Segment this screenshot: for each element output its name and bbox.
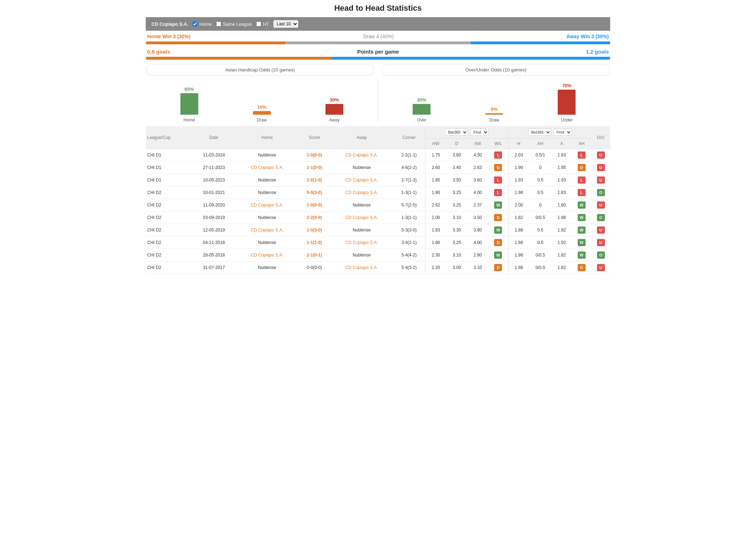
wl-badge: L bbox=[578, 189, 586, 196]
cell-aw: 3.10 bbox=[467, 261, 488, 274]
cell-away: CD Copiapo S.A. bbox=[330, 261, 393, 274]
cell-date: 10-05-2023 bbox=[192, 174, 235, 186]
cell-score: 1-0(0-0) bbox=[298, 224, 330, 236]
odds-section: Asian Handicap Odds (10 games) Over/Unde… bbox=[146, 64, 610, 76]
ou-badge: O bbox=[597, 214, 605, 221]
chart-right: 30% Over 0% Draw 70% Under bbox=[378, 79, 611, 123]
cell-ah: 0.5 bbox=[529, 174, 552, 186]
wl-badge: W bbox=[494, 201, 502, 209]
filter-ht[interactable]: HT bbox=[256, 21, 269, 27]
bar-item-draw: 10% Draw bbox=[253, 104, 271, 123]
col-away: Away bbox=[330, 126, 393, 149]
cell-date: 04-11-2018 bbox=[192, 236, 235, 249]
cell-hw: 2.62 bbox=[425, 199, 446, 211]
cell-date: 12-05-2019 bbox=[192, 224, 235, 236]
bar-item-over: 30% Over bbox=[413, 97, 431, 123]
filter-same-league[interactable]: Same League bbox=[216, 21, 252, 27]
chart-left: 60% Home 10% Draw 30% Away bbox=[146, 79, 378, 123]
filter-ht-label: HT bbox=[263, 21, 269, 27]
cell-aw: 3.60 bbox=[467, 174, 488, 186]
cell-home: Nublense bbox=[236, 236, 298, 249]
wl-badge: W bbox=[494, 251, 502, 259]
first-select-2[interactable]: First bbox=[553, 129, 572, 136]
cell-wl: W bbox=[488, 199, 508, 211]
ou-badge: U bbox=[597, 226, 605, 234]
cell-ah2: W bbox=[572, 224, 591, 236]
col-ah: AH bbox=[529, 139, 552, 149]
cell-a: 1.82 bbox=[552, 261, 572, 274]
table-row: CHI D1 27-11-2023 CD Copiapo S.A. 1-1(0-… bbox=[146, 161, 610, 174]
cell-hw: 1.80 bbox=[425, 236, 446, 249]
cell-a: 1.95 bbox=[552, 161, 572, 174]
filter-same-league-checkbox[interactable] bbox=[216, 21, 221, 26]
col-league: League/Cup bbox=[146, 126, 192, 149]
col-group-ah: Bet365 First bbox=[425, 126, 508, 139]
bar-pct: 60% bbox=[185, 86, 194, 92]
cell-corner: 5-3(3-0) bbox=[393, 224, 425, 236]
bet365-select-1[interactable]: Bet365 bbox=[445, 129, 468, 136]
cell-d: 3.10 bbox=[447, 249, 467, 261]
goals-label: Points per game bbox=[357, 49, 399, 55]
cell-a: 1.80 bbox=[552, 199, 572, 211]
cell-league: CHI D2 bbox=[146, 186, 192, 199]
cell-aw: 4.00 bbox=[467, 186, 488, 199]
cell-ah2: L bbox=[572, 149, 591, 161]
cell-h: 1.98 bbox=[508, 249, 529, 261]
col-ah2: AH bbox=[572, 139, 591, 149]
wl-badge: L bbox=[578, 176, 586, 184]
cell-h: 1.90 bbox=[508, 161, 529, 174]
cell-ah2: D bbox=[572, 161, 591, 174]
table-row: CHI D2 04-11-2018 Nublense 1-1(1-0) CD C… bbox=[146, 236, 610, 249]
bar-item-away: 30% Away bbox=[325, 97, 343, 123]
wl-badge: W bbox=[578, 239, 586, 246]
bar-rect bbox=[325, 104, 343, 115]
cell-corner: 3-4(2-1) bbox=[393, 236, 425, 249]
table-section: League/Cup Date Home Score Away Corner B… bbox=[146, 126, 610, 274]
cell-a: 1.93 bbox=[552, 174, 572, 186]
last-games-dropdown[interactable]: Last 10 Last 5 Last 20 bbox=[273, 20, 298, 28]
cell-league: CHI D2 bbox=[146, 261, 192, 274]
table-row: CHI D2 03-09-2019 Nublense 2-2(0-0) CD C… bbox=[146, 211, 610, 224]
col-home: Home bbox=[236, 126, 298, 149]
cell-date: 03-09-2019 bbox=[192, 211, 235, 224]
ou-badge: U bbox=[597, 201, 605, 209]
cell-h: 2.03 bbox=[508, 149, 529, 161]
cell-wl: L bbox=[488, 174, 508, 186]
away-win-label: Away Win 3 (30%) bbox=[566, 34, 609, 39]
filter-ht-checkbox[interactable] bbox=[256, 21, 261, 26]
cell-away: CD Copiapo S.A. bbox=[330, 174, 393, 186]
cell-home: Nublense bbox=[236, 261, 298, 274]
bar-item-home: 60% Home bbox=[180, 86, 198, 123]
cell-h: 1.98 bbox=[508, 261, 529, 274]
cell-d: 3.30 bbox=[447, 224, 467, 236]
wl-badge: L bbox=[578, 151, 586, 159]
col-a: A bbox=[552, 139, 572, 149]
cell-d: 3.25 bbox=[447, 236, 467, 249]
cell-aw: 3.80 bbox=[467, 224, 488, 236]
cell-league: CHI D2 bbox=[146, 224, 192, 236]
bet365-select-2[interactable]: Bet365 bbox=[528, 129, 551, 136]
wl-badge: W bbox=[578, 201, 586, 209]
cell-ah2: W bbox=[572, 236, 591, 249]
cell-corner: 5-7(2-5) bbox=[393, 199, 425, 211]
cell-date: 28-05-2018 bbox=[192, 249, 235, 261]
cell-home: CD Copiapo S.A. bbox=[236, 199, 298, 211]
col-corner: Corner bbox=[393, 126, 425, 149]
home-win-label: Home Win 3 (30%) bbox=[147, 34, 190, 39]
cell-wl: L bbox=[488, 186, 508, 199]
cell-corner: 2-2(1-1) bbox=[393, 149, 425, 161]
cell-a: 1.92 bbox=[552, 236, 572, 249]
h2h-table: League/Cup Date Home Score Away Corner B… bbox=[146, 126, 610, 274]
cell-ah: 0.5 bbox=[529, 186, 552, 199]
cell-corner: 1-3(1-1) bbox=[393, 211, 425, 224]
filter-home-checkbox[interactable] bbox=[193, 21, 198, 26]
bar-pct: 30% bbox=[330, 97, 339, 103]
first-select-1[interactable]: First bbox=[470, 129, 489, 136]
col-d: D bbox=[447, 139, 467, 149]
cell-d: 3.40 bbox=[447, 161, 467, 174]
cell-h: 1.88 bbox=[508, 236, 529, 249]
cell-a: 1.83 bbox=[552, 186, 572, 199]
filter-home[interactable]: Home bbox=[193, 21, 212, 27]
bar-away bbox=[471, 41, 610, 44]
wl-badge: L bbox=[494, 176, 502, 184]
